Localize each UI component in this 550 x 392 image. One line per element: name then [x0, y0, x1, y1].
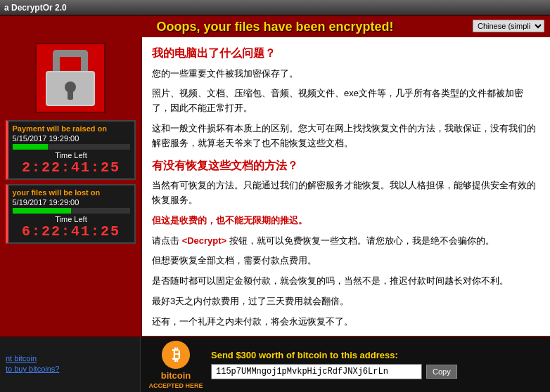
title-bar-text: a DecryptOr 2.0: [4, 3, 67, 13]
para6: 请点击 <Decrypt> 按钮，就可以免费恢复一些文档。请您放心，我是绝不会骗…: [152, 234, 540, 249]
progress-bar-2: [13, 208, 130, 214]
para8: 是否随时都可以固定金额付款，就会恢复的吗，当然不是，推迟付款时间越长对你不利。: [152, 274, 540, 289]
section2-title: 有没有恢复这些文档的方法？: [152, 157, 540, 175]
language-select[interactable]: Chinese (simpli: [473, 20, 544, 32]
timer-box-1: Payment will be raised on 5/15/2017 19:2…: [6, 120, 136, 180]
decrypt-inline: <Decrypt>: [182, 235, 227, 246]
bitcoin-icon: ₿: [162, 341, 190, 369]
left-panel: Payment will be raised on 5/15/2017 19:2…: [0, 37, 141, 336]
para2: 照片、视频、文档、压缩包、音频、视频文件、exe文件等，几乎所有各类型的文件都被…: [152, 86, 540, 116]
section1-title: 我的电脑出了什么问题？: [152, 44, 540, 63]
para7: 但想要恢复全部文档，需要付款点费用。: [152, 254, 540, 268]
bottom-right: ₿ bitcoin ACCEPTED HERE Send $300 worth …: [141, 337, 550, 392]
link-buy-bitcoin[interactable]: to buy bitcoins?: [6, 365, 134, 373]
para4: 当然有可恢复的方法。只能通过我们的解密服务才能恢复。我以人格担保，能够提供安全有…: [152, 178, 540, 208]
padlock-icon: [42, 46, 98, 110]
progress-bar-fill-2: [13, 208, 72, 214]
timer2-label: your files will be lost on: [13, 188, 130, 197]
timer2-digits: 6:22:41:25: [13, 223, 130, 240]
main-window: Ooops, your files have been encrypted! C…: [0, 15, 550, 392]
header: Ooops, your files have been encrypted! C…: [0, 15, 550, 37]
para5: 但这是收费的，也不能无限期的推迟。: [152, 214, 540, 228]
padlock-container: [35, 43, 105, 113]
link-bitcoin[interactable]: nt bitcoin: [6, 354, 134, 362]
bitcoin-accepted-label: ACCEPTED HERE: [148, 382, 203, 389]
title-bar: a DecryptOr 2.0: [0, 0, 550, 15]
right-panel[interactable]: 我的电脑出了什么问题？ 您的一些重要文件被我加密保存了。 照片、视频、文档、压缩…: [141, 37, 550, 336]
bottom-left: nt bitcoin to buy bitcoins?: [0, 337, 141, 392]
bitcoin-info: Send $300 worth of bitcoin to this addre…: [211, 350, 543, 379]
bottom-bar: nt bitcoin to buy bitcoins? ₿ bitcoin AC…: [0, 336, 550, 392]
bitcoin-logo: ₿ bitcoin ACCEPTED HERE: [148, 341, 204, 389]
svg-rect-3: [53, 50, 88, 57]
bitcoin-address-input[interactable]: [211, 364, 422, 379]
progress-bar-1: [13, 144, 130, 150]
timer2-date: 5/19/2017 19:29:00: [13, 198, 130, 207]
timer1-digits: 2:22:41:25: [13, 159, 130, 176]
para1: 您的一些重要文件被我加密保存了。: [152, 67, 540, 81]
header-title: Ooops, your files have been encrypted!: [156, 20, 393, 34]
para9: 最好3天之内付款费用，过了三天费用就会翻倍。: [152, 294, 540, 309]
para5-highlight: 但这是收费的，也不能无限期的推迟。: [152, 215, 307, 226]
para3: 这和一般文件损坏有本质上的区别。您大可在网上找找恢复文件的方法，我敢保证，没有我…: [152, 122, 540, 151]
content-area: Payment will be raised on 5/15/2017 19:2…: [0, 37, 550, 336]
copy-button[interactable]: Copy: [426, 365, 457, 379]
svg-rect-7: [68, 90, 73, 100]
bitcoin-label: bitcoin: [161, 370, 191, 381]
timer1-left-label: Time Left: [13, 151, 130, 159]
progress-bar-fill-1: [13, 144, 48, 150]
timer2-left-label: Time Left: [13, 215, 130, 223]
timer1-date: 5/15/2017 19:29:00: [13, 134, 130, 143]
timer1-label: Payment will be raised on: [13, 124, 130, 133]
bitcoin-send-label: Send $300 worth of bitcoin to this addre…: [211, 350, 543, 360]
timer-box-2: your files will be lost on 5/19/2017 19:…: [6, 184, 136, 244]
para10: 还有，一个礼拜之内未付款，将会永远恢复不了。: [152, 315, 540, 329]
bitcoin-address-row: Copy: [211, 364, 543, 379]
